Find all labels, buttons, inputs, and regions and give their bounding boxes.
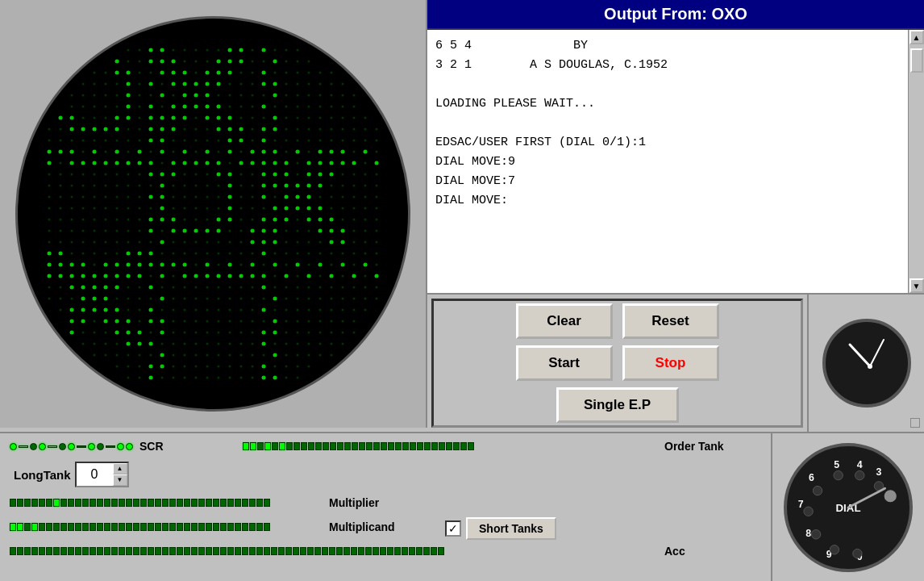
svg-point-2 (868, 364, 872, 369)
reset-button[interactable]: Reset (622, 303, 719, 339)
svg-point-18 (853, 549, 862, 558)
svg-text:5: 5 (834, 458, 839, 470)
output-text: 6 5 4 BY 3 2 1 A S DOUGLAS, C.1952 LOADI… (427, 30, 908, 293)
multiplicand-label: Multiplicand (329, 520, 426, 533)
acc-led-strip (10, 547, 651, 555)
scrollbar[interactable]: ▲ ▼ (908, 30, 924, 293)
right-panel: Output From: OXO 6 5 4 BY 3 2 1 A S DOUG… (427, 0, 924, 432)
scroll-up-button[interactable]: ▲ (909, 30, 924, 44)
crt-display (15, 16, 410, 412)
dial-circle[interactable]: 4 3 5 6 7 8 9 0 DIAL (784, 443, 913, 572)
clock-face (822, 319, 911, 408)
scroll-track (909, 44, 924, 278)
svg-point-14 (813, 486, 822, 495)
bottom-bar: SCR Order Tank LongTank ▲ ▼ Multiplier (0, 432, 924, 581)
longtank-input[interactable] (77, 463, 113, 486)
svg-text:4: 4 (857, 458, 863, 470)
svg-point-13 (834, 470, 843, 479)
shorttanks-button[interactable]: Short Tanks (466, 517, 556, 540)
order-tank-led-strip (243, 442, 658, 450)
clock-panel (807, 295, 924, 432)
shorttanks-area: ✓ Short Tanks (445, 517, 556, 540)
btn-row-1: Clear Reset (516, 303, 719, 339)
scroll-down-button[interactable]: ▼ (909, 278, 924, 293)
acc-row: Acc (10, 545, 761, 558)
svg-point-21 (884, 490, 897, 502)
multiplier-row: Multiplier (10, 496, 761, 509)
longtank-label: LongTank (14, 468, 71, 482)
multiplier-label: Multiplier (329, 496, 426, 509)
longtank-area: LongTank ▲ ▼ (10, 458, 133, 491)
acc-label: Acc (664, 545, 761, 558)
single-ep-button[interactable]: Single E.P (556, 387, 679, 423)
scroll-thumb[interactable] (910, 48, 923, 73)
svg-text:7: 7 (798, 499, 804, 510)
order-tank-label: Order Tank (664, 440, 761, 453)
svg-point-17 (830, 545, 839, 554)
svg-line-0 (850, 345, 870, 366)
clear-button[interactable]: Clear (516, 303, 613, 339)
indicators-panel: SCR Order Tank LongTank ▲ ▼ Multiplier (0, 433, 771, 581)
controls-row: Clear Reset Start Stop Single E.P (427, 295, 924, 432)
buttons-panel: Clear Reset Start Stop Single E.P (431, 299, 803, 428)
stop-button[interactable]: Stop (622, 345, 719, 381)
btn-row-3: Single E.P (556, 387, 679, 423)
output-header: Output From: OXO (427, 0, 924, 30)
svg-line-20 (848, 488, 885, 508)
svg-point-16 (811, 529, 820, 538)
multiplicand-led-strip (10, 523, 316, 531)
tank-controls-row: LongTank ▲ ▼ (10, 458, 761, 491)
start-button[interactable]: Start (516, 345, 613, 381)
scr-row: SCR Order Tank (10, 440, 761, 453)
svg-text:3: 3 (876, 466, 882, 478)
svg-text:8: 8 (805, 528, 811, 539)
longtank-up-button[interactable]: ▲ (113, 463, 127, 474)
svg-text:6: 6 (809, 471, 814, 483)
svg-point-15 (804, 507, 813, 516)
crt-panel (0, 0, 427, 428)
longtank-spinner: ▲ ▼ (113, 463, 127, 486)
output-title: Output From: OXO (604, 5, 747, 23)
multiplier-led-strip (10, 499, 316, 507)
small-square (910, 418, 920, 428)
dial-panel[interactable]: 4 3 5 6 7 8 9 0 DIAL (771, 433, 924, 581)
longtank-input-wrap: ▲ ▼ (75, 462, 129, 487)
svg-line-1 (870, 340, 884, 366)
shorttanks-row: Multiplicand ✓ Short Tanks (10, 514, 761, 540)
longtank-down-button[interactable]: ▼ (113, 474, 127, 486)
btn-row-2: Start Stop (516, 345, 719, 381)
dial-svg: 4 3 5 6 7 8 9 0 DIAL (787, 443, 909, 572)
shorttanks-checkbox[interactable]: ✓ (445, 520, 461, 537)
svg-point-11 (855, 470, 864, 479)
output-area: 6 5 4 BY 3 2 1 A S DOUGLAS, C.1952 LOADI… (427, 30, 924, 295)
scr-label: SCR (139, 440, 236, 453)
scr-led-strip (10, 443, 133, 450)
clock-svg (826, 322, 914, 411)
